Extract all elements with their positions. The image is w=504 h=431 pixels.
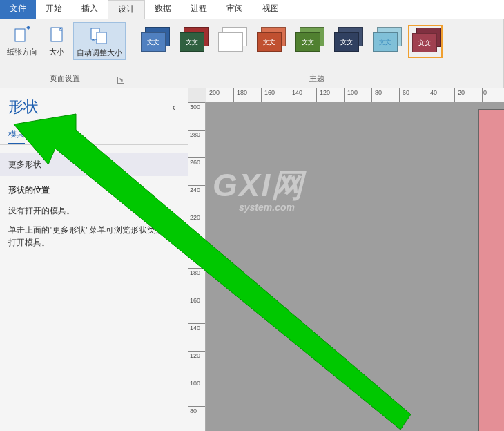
size-icon xyxy=(46,23,68,46)
size-button[interactable]: 大小 xyxy=(41,22,72,60)
sidebar-tab-search[interactable]: 搜索 xyxy=(41,126,58,144)
themes-label: 主题 xyxy=(135,72,499,85)
tab-home[interactable]: 开始 xyxy=(36,0,72,19)
themes-gallery: 文文 文文 文文 文文 文文 文文 文文 文文 文文 文文 xyxy=(135,22,499,61)
svg-rect-3 xyxy=(97,32,106,44)
page-setup-launcher-icon[interactable]: ⬊ xyxy=(117,77,124,84)
main-area: 形状 ‹ 模具 搜索 更多形状 形状的位置 没有打开的模具。 单击上面的"更多形… xyxy=(0,88,504,431)
page-setup-label: 页面设置 ⬊ xyxy=(4,72,126,85)
tab-review[interactable]: 审阅 xyxy=(217,0,253,19)
shapes-sidebar: 形状 ‹ 模具 搜索 更多形状 形状的位置 没有打开的模具。 单击上面的"更多形… xyxy=(0,88,188,431)
theme-swatch-7[interactable]: 文文 文文 xyxy=(369,25,404,58)
page-shape[interactable] xyxy=(478,109,504,431)
sidebar-tab-stencils[interactable]: 模具 xyxy=(8,126,25,144)
tab-view[interactable]: 视图 xyxy=(253,0,289,19)
sidebar-title: 形状 xyxy=(8,97,39,117)
more-shapes-button[interactable]: 更多形状 xyxy=(0,153,188,176)
orientation-icon xyxy=(11,23,33,46)
theme-swatch-1[interactable]: 文文 文文 xyxy=(137,25,172,58)
tab-file[interactable]: 文件 xyxy=(0,0,36,19)
ribbon-group-page-setup: 纸张方向 大小 自动调整大小 页面设置 ⬊ xyxy=(0,19,130,88)
theme-swatch-2[interactable]: 文文 文文 xyxy=(176,25,211,58)
shape-location-hint: 单击上面的"更多形状"菜单可浏览形状类别并打开模具。 xyxy=(8,224,180,249)
theme-swatch-4[interactable]: 文文 文文 xyxy=(253,25,288,58)
watermark: GXI网 system.com xyxy=(213,164,304,213)
canvas-area: -200-180-160-140-120-100-80-60-40-200204… xyxy=(188,88,504,431)
theme-swatch-3[interactable] xyxy=(215,25,249,58)
theme-swatch-6[interactable]: 文文 文文 xyxy=(331,25,365,58)
theme-swatch-8[interactable]: 文文 文文 xyxy=(408,25,443,58)
tab-design[interactable]: 设计 xyxy=(108,0,145,19)
tab-process[interactable]: 进程 xyxy=(181,0,217,19)
ribbon-group-themes: 文文 文文 文文 文文 文文 文文 文文 文文 文文 文文 xyxy=(130,19,504,88)
ribbon-tabs: 文件 开始 插入 设计 数据 进程 审阅 视图 xyxy=(0,0,504,19)
sidebar-collapse-button[interactable]: ‹ xyxy=(168,100,180,114)
svg-rect-0 xyxy=(15,29,25,41)
orientation-button[interactable]: 纸张方向 xyxy=(4,22,40,60)
autofit-icon xyxy=(88,24,110,46)
shape-location-title: 形状的位置 xyxy=(8,184,180,196)
ribbon: 纸张方向 大小 自动调整大小 页面设置 ⬊ 文文 文文 xyxy=(0,19,504,88)
horizontal-ruler: -200-180-160-140-120-100-80-60-40-200204 xyxy=(206,88,504,102)
drawing-canvas[interactable]: GXI网 system.com xyxy=(206,102,504,431)
tab-data[interactable]: 数据 xyxy=(145,0,181,19)
shape-location-empty: 没有打开的模具。 xyxy=(8,204,180,217)
tab-insert[interactable]: 插入 xyxy=(72,0,108,19)
vertical-ruler: 30028026024022020018016014012010080 xyxy=(188,102,206,431)
theme-swatch-5[interactable]: 文文 文文 xyxy=(292,25,327,58)
shape-location-panel: 形状的位置 没有打开的模具。 单击上面的"更多形状"菜单可浏览形状类别并打开模具… xyxy=(0,176,188,264)
autofit-button[interactable]: 自动调整大小 xyxy=(73,22,126,60)
